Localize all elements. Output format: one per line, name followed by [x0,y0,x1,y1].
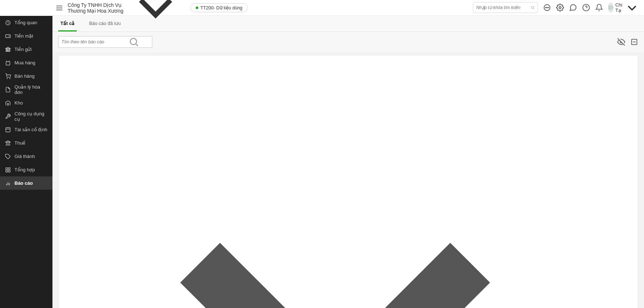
svg-point-39 [548,8,549,8]
svg-rect-15 [7,103,9,105]
panel-favorite: Yêu thích Sổ chi tiết mua hàngTổng hợp c… [58,55,638,308]
svg-line-46 [136,44,138,46]
bag-icon [5,60,11,66]
sidebar-item-12[interactable]: Báo cáo [0,176,52,190]
panel-favorite-header[interactable]: Yêu thích [59,55,638,308]
bell-icon[interactable] [595,4,603,12]
sidebar-item-2[interactable]: Tiền gửi [0,43,52,56]
sidebar-item-4[interactable]: Bán hàng [0,69,52,83]
collapse-all-icon[interactable] [630,38,638,46]
search-icon [119,37,149,47]
sidebar-item-1[interactable]: Tiền mặt [0,29,52,43]
data-badge-text: TT200- Dữ liệu dùng [200,5,242,10]
sidebar-item-9[interactable]: Thuế [0,136,52,150]
svg-point-38 [547,8,547,8]
svg-rect-26 [8,170,10,172]
svg-rect-12 [6,61,10,65]
bank-icon [5,47,11,52]
svg-rect-8 [6,48,7,51]
svg-point-44 [610,7,610,7]
user-menu[interactable]: Chi Tạ [608,0,640,16]
svg-marker-18 [5,141,10,142]
sidebar-item-label: Báo cáo [14,180,33,186]
gauge-icon [5,20,11,26]
chevron-down-icon [126,0,185,38]
svg-point-6 [9,36,9,36]
chevron-down-icon [624,0,640,16]
asset-icon [5,127,11,133]
doc-icon [5,87,11,93]
sidebar-item-label: Kho [14,100,23,106]
sidebar-item-label: Giá thành [14,154,35,159]
report-search[interactable] [58,36,152,48]
menu-toggle-icon[interactable] [55,4,63,12]
report-search-input[interactable] [62,39,119,44]
svg-rect-10 [9,48,10,51]
main-content: Tất cả Báo cáo đã lưu Yêu thích Sổ chi t… [52,16,644,308]
price-icon [5,154,11,159]
sidebar-item-5[interactable]: Quản lý hóa đơn [0,83,52,96]
chart-icon [5,180,11,186]
sidebar-item-label: Công cụ dụng cụ [14,111,47,122]
svg-rect-25 [8,168,10,170]
svg-point-34 [531,7,534,9]
global-search[interactable] [473,2,538,13]
sidebar-item-label: Tổng hợp [14,167,35,172]
sidebar-item-label: Mua hàng [14,60,35,65]
status-dot-icon [196,7,198,9]
svg-point-45 [130,38,137,45]
search-icon [531,3,535,13]
svg-line-35 [534,9,534,9]
sidebar-item-label: Tiền mặt [14,33,33,39]
cart-icon [5,73,11,79]
company-name-text: Công Ty TNHH Dịch Vụ Thương Mại Hoa Xươn… [68,2,124,14]
user-name: Chi Tạ [615,2,623,13]
sidebar-item-6[interactable]: Kho [0,96,52,110]
sidebar-item-label: Bán hàng [14,73,35,79]
chevron-down-icon [65,60,605,308]
svg-rect-24 [6,168,8,170]
svg-point-13 [7,78,7,78]
svg-rect-27 [6,170,8,172]
data-badge[interactable]: TT200- Dữ liệu dùng [190,3,248,12]
svg-rect-9 [8,48,8,51]
company-selector[interactable]: Công Ty TNHH Dịch Vụ Thương Mại Hoa Xươn… [68,0,185,38]
sidebar-item-label: Tiền gửi [14,47,31,52]
sidebar-item-label: Tổng quan [14,20,37,25]
svg-point-37 [546,8,546,8]
sidebar-item-0[interactable]: Tổng quan [0,16,52,29]
svg-point-14 [10,78,10,78]
gear-icon[interactable] [556,4,564,12]
avatar [608,3,613,12]
more-icon[interactable] [543,4,551,12]
header: Công Ty TNHH Dịch Vụ Thương Mại Hoa Xươn… [0,0,644,16]
sidebar-item-3[interactable]: Mua hàng [0,56,52,69]
sidebar: KẾ TOÁN Tổng quanTiền mặtTiền gửiMua hàn… [0,0,52,308]
sidebar-item-11[interactable]: Tổng hợp [0,163,52,176]
tax-icon [5,140,11,146]
svg-rect-16 [6,128,10,132]
svg-rect-5 [5,35,10,38]
sidebar-item-10[interactable]: Giá thành [0,150,52,163]
visibility-toggle-icon[interactable] [617,38,625,46]
sidebar-item-label: Quản lý hóa đơn [14,84,47,95]
sidebar-item-8[interactable]: Tài sản cố định [0,123,52,136]
wallet-icon [5,33,11,39]
warehouse-icon [5,100,11,106]
chat-icon[interactable] [569,4,577,12]
sidebar-item-label: Thuế [14,140,25,146]
tools-icon [5,114,11,119]
sidebar-item-7[interactable]: Công cụ dụng cụ [0,110,52,123]
help-icon[interactable] [582,4,590,12]
svg-point-40 [559,7,561,9]
global-search-input[interactable] [476,5,531,10]
sidebar-item-label: Tài sản cố định [14,127,47,132]
summary-icon [5,167,11,173]
